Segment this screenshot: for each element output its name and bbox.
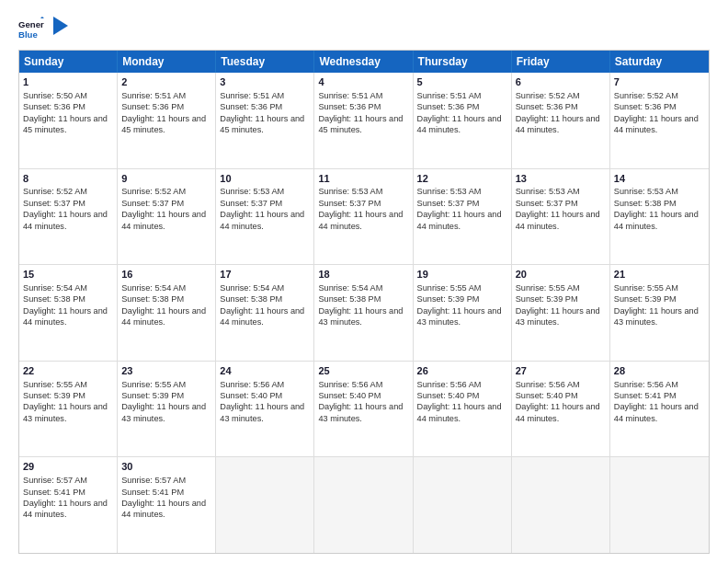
header-cell-tuesday: Tuesday <box>216 51 314 73</box>
day-number: 24 <box>220 364 310 378</box>
day-number: 30 <box>121 460 211 474</box>
sunset: Sunset: 5:40 PM <box>516 391 578 400</box>
calendar-cell: 15Sunrise: 5:54 AMSunset: 5:38 PMDayligh… <box>19 265 118 361</box>
calendar-cell: 16Sunrise: 5:54 AMSunset: 5:38 PMDayligh… <box>118 265 216 361</box>
sunset: Sunset: 5:40 PM <box>318 391 381 400</box>
calendar-cell: 13Sunrise: 5:53 AMSunset: 5:37 PMDayligh… <box>512 169 610 265</box>
sunrise: Sunrise: 5:54 AM <box>318 283 382 293</box>
day-number: 9 <box>121 172 211 186</box>
logo-icon: General Blue <box>18 17 44 42</box>
calendar-row-4: 22Sunrise: 5:55 AMSunset: 5:39 PMDayligh… <box>19 362 709 458</box>
calendar-cell: 19Sunrise: 5:55 AMSunset: 5:39 PMDayligh… <box>414 265 512 361</box>
daylight: Daylight: 11 hours and 44 minutes. <box>220 210 304 230</box>
sunrise: Sunrise: 5:53 AM <box>516 187 580 196</box>
daylight: Daylight: 11 hours and 44 minutes. <box>516 402 600 422</box>
sunset: Sunset: 5:38 PM <box>23 294 85 304</box>
page: General Blue SundayMondayTuesdayWednesda… <box>0 0 728 563</box>
day-number: 18 <box>318 268 408 282</box>
sunset: Sunset: 5:36 PM <box>318 102 381 111</box>
sunset: Sunset: 5:37 PM <box>23 199 85 208</box>
sunrise: Sunrise: 5:52 AM <box>121 187 186 196</box>
calendar-cell: 9Sunrise: 5:52 AMSunset: 5:37 PMDaylight… <box>118 169 216 265</box>
sunrise: Sunrise: 5:54 AM <box>23 283 87 293</box>
day-number: 14 <box>614 172 705 186</box>
daylight: Daylight: 11 hours and 43 minutes. <box>220 402 304 422</box>
sunset: Sunset: 5:36 PM <box>516 102 578 111</box>
daylight: Daylight: 11 hours and 44 minutes. <box>614 210 699 230</box>
daylight: Daylight: 11 hours and 44 minutes. <box>417 402 502 422</box>
sunrise: Sunrise: 5:54 AM <box>220 283 284 293</box>
sunrise: Sunrise: 5:50 AM <box>23 91 87 100</box>
sunset: Sunset: 5:41 PM <box>614 391 677 400</box>
day-number: 2 <box>121 75 211 89</box>
daylight: Daylight: 11 hours and 44 minutes. <box>121 210 206 230</box>
svg-marker-3 <box>53 17 68 35</box>
sunset: Sunset: 5:36 PM <box>121 102 184 111</box>
day-number: 10 <box>220 172 310 186</box>
daylight: Daylight: 11 hours and 45 minutes. <box>220 114 304 134</box>
sunset: Sunset: 5:37 PM <box>318 199 381 208</box>
daylight: Daylight: 11 hours and 44 minutes. <box>318 210 403 230</box>
calendar-header: SundayMondayTuesdayWednesdayThursdayFrid… <box>19 51 709 73</box>
sunset: Sunset: 5:38 PM <box>614 199 677 208</box>
daylight: Daylight: 11 hours and 44 minutes. <box>516 114 600 134</box>
calendar-cell: 14Sunrise: 5:53 AMSunset: 5:38 PMDayligh… <box>610 169 709 265</box>
sunset: Sunset: 5:38 PM <box>220 294 282 304</box>
sunset: Sunset: 5:37 PM <box>220 199 282 208</box>
header-cell-saturday: Saturday <box>610 51 709 73</box>
sunrise: Sunrise: 5:56 AM <box>417 380 482 389</box>
calendar-cell <box>216 457 314 553</box>
calendar-cell: 30Sunrise: 5:57 AMSunset: 5:41 PMDayligh… <box>118 457 216 553</box>
daylight: Daylight: 11 hours and 43 minutes. <box>417 306 502 327</box>
header: General Blue <box>18 17 710 42</box>
day-number: 17 <box>220 268 310 282</box>
sunrise: Sunrise: 5:53 AM <box>417 187 482 196</box>
sunset: Sunset: 5:39 PM <box>614 294 677 304</box>
day-number: 20 <box>516 268 606 282</box>
header-cell-sunday: Sunday <box>19 51 118 73</box>
sunset: Sunset: 5:41 PM <box>121 488 184 497</box>
daylight: Daylight: 11 hours and 43 minutes. <box>614 306 699 327</box>
day-number: 15 <box>23 268 113 282</box>
day-number: 21 <box>614 268 705 282</box>
sunset: Sunset: 5:40 PM <box>220 391 282 400</box>
daylight: Daylight: 11 hours and 44 minutes. <box>23 306 108 327</box>
header-cell-friday: Friday <box>512 51 610 73</box>
day-number: 26 <box>417 364 507 378</box>
day-number: 3 <box>220 75 310 89</box>
calendar-cell <box>414 457 512 553</box>
sunset: Sunset: 5:37 PM <box>417 199 480 208</box>
calendar-cell: 22Sunrise: 5:55 AMSunset: 5:39 PMDayligh… <box>19 362 118 457</box>
sunrise: Sunrise: 5:55 AM <box>121 380 186 389</box>
svg-text:General: General <box>18 19 44 29</box>
daylight: Daylight: 11 hours and 45 minutes. <box>318 114 403 134</box>
day-number: 4 <box>318 75 408 89</box>
day-number: 1 <box>23 75 113 89</box>
calendar-cell <box>512 457 610 553</box>
sunrise: Sunrise: 5:56 AM <box>318 380 382 389</box>
calendar-cell: 23Sunrise: 5:55 AMSunset: 5:39 PMDayligh… <box>118 362 216 457</box>
sunrise: Sunrise: 5:57 AM <box>121 476 186 485</box>
sunrise: Sunrise: 5:52 AM <box>516 91 580 100</box>
sunset: Sunset: 5:36 PM <box>417 102 480 111</box>
sunset: Sunset: 5:41 PM <box>23 488 85 497</box>
sunset: Sunset: 5:38 PM <box>121 294 184 304</box>
sunrise: Sunrise: 5:51 AM <box>121 91 186 100</box>
day-number: 29 <box>23 460 113 474</box>
calendar-cell: 3Sunrise: 5:51 AMSunset: 5:36 PMDaylight… <box>216 73 314 168</box>
calendar-cell: 4Sunrise: 5:51 AMSunset: 5:36 PMDaylight… <box>314 73 413 168</box>
daylight: Daylight: 11 hours and 43 minutes. <box>121 402 206 422</box>
calendar-cell: 12Sunrise: 5:53 AMSunset: 5:37 PMDayligh… <box>414 169 512 265</box>
daylight: Daylight: 11 hours and 44 minutes. <box>614 114 699 134</box>
sunrise: Sunrise: 5:51 AM <box>220 91 284 100</box>
day-number: 22 <box>23 364 113 378</box>
sunset: Sunset: 5:37 PM <box>121 199 184 208</box>
day-number: 28 <box>614 364 705 378</box>
daylight: Daylight: 11 hours and 44 minutes. <box>516 210 600 230</box>
daylight: Daylight: 11 hours and 43 minutes. <box>23 402 108 422</box>
sunrise: Sunrise: 5:56 AM <box>516 380 580 389</box>
svg-text:Blue: Blue <box>18 29 38 40</box>
day-number: 13 <box>516 172 606 186</box>
sunrise: Sunrise: 5:57 AM <box>23 476 87 485</box>
calendar-row-1: 1Sunrise: 5:50 AMSunset: 5:36 PMDaylight… <box>19 73 709 169</box>
